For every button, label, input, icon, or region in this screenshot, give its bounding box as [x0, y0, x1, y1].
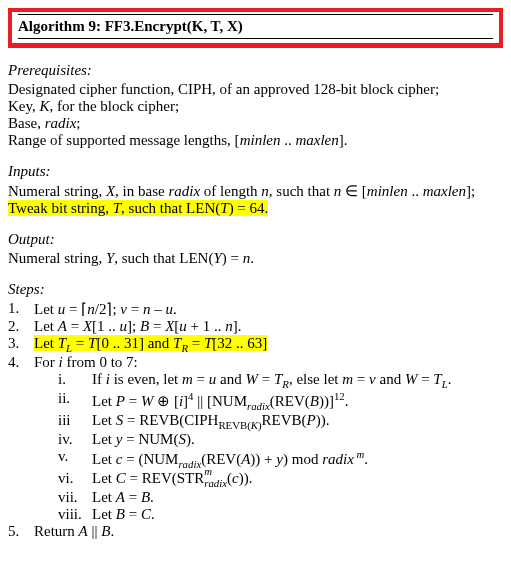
substep-number: ii. [58, 390, 92, 412]
step-number: 1. [8, 300, 34, 318]
step-number: 4. [8, 354, 34, 371]
step-body: Return A || B. [34, 523, 503, 540]
step-row: 1. Let u = ⌈n/2⌉; v = n – u. [8, 300, 503, 318]
substep-row: vi. Let C = REV(STRmradix(c)). [58, 470, 503, 489]
substep-body: Let y = NUM(S). [92, 431, 503, 448]
step-body: Let TL = T[0 .. 31] and TR = T[32 .. 63] [34, 335, 503, 354]
substep-number: vii. [58, 489, 92, 506]
substep-row: ii. Let P = W ⊕ [i]4 || [NUMradix(REV(B)… [58, 390, 503, 412]
substep-body: Let C = REV(STRmradix(c)). [92, 470, 503, 489]
step-row: 2. Let A = X[1 .. u]; B = X[u + 1 .. n]. [8, 318, 503, 335]
substep-number: iv. [58, 431, 92, 448]
step-body: Let A = X[1 .. u]; B = X[u + 1 .. n]. [34, 318, 503, 335]
steps-block: 1. Let u = ⌈n/2⌉; v = n – u. 2. Let A = … [8, 300, 503, 540]
substep-number: vi. [58, 470, 92, 489]
prerequisites-block: Designated cipher function, CIPH, of an … [8, 81, 503, 149]
prereq-line: Range of supported message lengths, [min… [8, 132, 503, 149]
prereq-line: Base, radix; [8, 115, 503, 132]
substep-body: If i is even, let m = u and W = TR, else… [92, 371, 503, 390]
substep-row: vii. Let A = B. [58, 489, 503, 506]
substep-number: i. [58, 371, 92, 390]
prereq-line: Key, K, for the block cipher; [8, 98, 503, 115]
output-line: Numeral string, Y, such that LEN(Y) = n. [8, 250, 503, 267]
step-row: 5. Return A || B. [8, 523, 503, 540]
title-highlight-box: Algorithm 9: FF3.Encrypt(K, T, X) [8, 8, 503, 48]
step-number: 2. [8, 318, 34, 335]
step-row: 4. For i from 0 to 7: [8, 354, 503, 371]
substep-row: iii Let S = REVB(CIPHREVB(K)REVB(P)). [58, 412, 503, 431]
substep-row: i. If i is even, let m = u and W = TR, e… [58, 371, 503, 390]
step-body: For i from 0 to 7: [34, 354, 503, 371]
substep-number: v. [58, 448, 92, 470]
output-heading: Output: [8, 231, 503, 248]
steps-heading: Steps: [8, 281, 503, 298]
step-number: 5. [8, 523, 34, 540]
substep-number: viii. [58, 506, 92, 523]
step-number: 3. [8, 335, 34, 354]
prerequisites-heading: Prerequisites: [8, 62, 503, 79]
substep-body: Let B = C. [92, 506, 503, 523]
input-line-highlighted: Tweak bit string, T, such that LEN(T) = … [8, 200, 503, 217]
substep-row: viii. Let B = C. [58, 506, 503, 523]
substeps-block: i. If i is even, let m = u and W = TR, e… [8, 371, 503, 523]
substep-number: iii [58, 412, 92, 431]
prereq-line: Designated cipher function, CIPH, of an … [8, 81, 503, 98]
substep-body: Let P = W ⊕ [i]4 || [NUMradix(REV(B))]12… [92, 390, 503, 412]
substep-body: Let c = (NUMradix(REV(A)) + y) mod radix… [92, 448, 503, 470]
step-row: 3. Let TL = T[0 .. 31] and TR = T[32 .. … [8, 335, 503, 354]
substep-row: v. Let c = (NUMradix(REV(A)) + y) mod ra… [58, 448, 503, 470]
algorithm-title: Algorithm 9: FF3.Encrypt(K, T, X) [18, 14, 493, 39]
substep-body: Let S = REVB(CIPHREVB(K)REVB(P)). [92, 412, 503, 431]
substep-body: Let A = B. [92, 489, 503, 506]
output-block: Numeral string, Y, such that LEN(Y) = n. [8, 250, 503, 267]
inputs-heading: Inputs: [8, 163, 503, 180]
inputs-block: Numeral string, X, in base radix of leng… [8, 182, 503, 217]
input-line: Numeral string, X, in base radix of leng… [8, 182, 503, 200]
substep-row: iv. Let y = NUM(S). [58, 431, 503, 448]
step-body: Let u = ⌈n/2⌉; v = n – u. [34, 300, 503, 318]
